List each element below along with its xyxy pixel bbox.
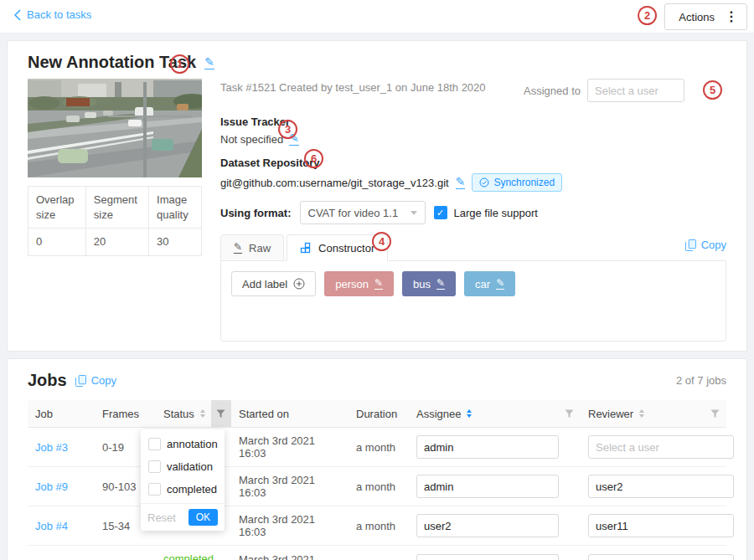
sync-status-badge: Synchronized: [472, 173, 562, 192]
annotation-circle-4: 4: [372, 232, 391, 251]
actions-button[interactable]: Actions ⋮: [664, 3, 747, 30]
sync-badge-label: Synchronized: [493, 177, 555, 188]
export-format-value: CVAT for video 1.1: [308, 207, 399, 219]
more-icon: ⋮: [725, 10, 738, 23]
reviewer-input[interactable]: [588, 554, 734, 560]
large-file-support-label: Large file support: [454, 207, 538, 219]
check-circle-icon: [479, 177, 489, 188]
duration-cell: a month: [349, 428, 409, 467]
copy-labels-button[interactable]: Copy: [685, 239, 726, 251]
started-cell: March 3rd 2021 16:03: [231, 506, 349, 546]
filter-funnel-icon: [710, 409, 720, 419]
col-reviewer[interactable]: Reviewer: [588, 408, 633, 420]
checkbox-checked-icon: ✓: [434, 206, 447, 219]
started-cell: March 3rd 2021 16:03: [231, 428, 349, 467]
add-label-text: Add label: [242, 278, 287, 290]
chevron-down-icon: [411, 211, 417, 215]
job-link[interactable]: Job #4: [35, 520, 68, 532]
filter-option-label: completed: [167, 483, 217, 496]
image-quality-header: Image quality: [149, 187, 202, 229]
large-file-support-checkbox[interactable]: ✓ Large file support: [434, 206, 538, 219]
started-cell: March 3rd 2021 16:03: [231, 467, 349, 506]
tab-raw-label: Raw: [249, 242, 271, 254]
job-link[interactable]: Job #9: [35, 480, 68, 493]
edit-label-icon[interactable]: ✎: [436, 278, 445, 290]
filter-option-label: annotation: [167, 438, 218, 450]
back-to-tasks-link[interactable]: Back to tasks: [13, 8, 91, 21]
label-person-name: person: [335, 278, 369, 290]
assignee-sorter-icon[interactable]: [467, 409, 472, 418]
add-label-button[interactable]: Add label: [231, 271, 316, 296]
annotation-circle-1: 1: [170, 54, 189, 74]
col-started-on: Started on: [239, 408, 289, 420]
frames-cell: 75-94: [95, 546, 156, 560]
annotation-circle-2: 2: [638, 6, 657, 25]
actions-label: Actions: [679, 11, 715, 23]
assignee-filter-button[interactable]: [557, 400, 581, 427]
job-link[interactable]: Job #3: [35, 441, 68, 454]
checkbox-unchecked[interactable]: [148, 483, 161, 496]
filter-option-validation[interactable]: validation: [141, 455, 225, 478]
reviewer-sorter-icon[interactable]: [639, 409, 644, 418]
col-status[interactable]: Status: [163, 408, 194, 420]
edit-title-icon[interactable]: ✎: [204, 56, 214, 69]
checkbox-unchecked[interactable]: [148, 438, 161, 450]
duration-cell: a month: [349, 506, 409, 546]
filter-option-completed[interactable]: completed: [141, 478, 225, 501]
reviewer-input[interactable]: [588, 435, 734, 459]
annotation-circle-6: 6: [304, 149, 323, 168]
job-row: Job #9 90-103 March 3rd 2021 16:03 a mon…: [28, 467, 726, 506]
filter-option-annotation[interactable]: annotation: [141, 433, 225, 455]
issue-tracker-value: Not specified: [220, 133, 283, 146]
jobs-card: Jobs Copy 2 of 7 jobs Job Frames Status: [7, 358, 747, 560]
copy-jobs-label: Copy: [91, 374, 116, 387]
labels-tabbar: ✎ Raw Constructor Copy: [220, 234, 726, 261]
label-chip-bus[interactable]: bus ✎: [402, 271, 456, 296]
jobs-table: Job Frames Status Started on Duration As…: [28, 400, 726, 560]
filter-option-label: validation: [167, 460, 213, 473]
edit-repository-icon[interactable]: ✎: [456, 176, 466, 189]
copy-jobs-button[interactable]: Copy: [75, 374, 116, 387]
jobs-heading: Jobs: [28, 371, 67, 390]
reviewer-filter-button[interactable]: [703, 400, 726, 427]
duration-cell: a month: [349, 546, 409, 560]
tab-raw[interactable]: ✎ Raw: [220, 234, 284, 261]
job-row: Job #3 0-19 March 3rd 2021 16:03 a month: [28, 428, 726, 467]
export-format-select[interactable]: CVAT for video 1.1: [300, 201, 426, 224]
assignee-input[interactable]: [416, 475, 559, 498]
label-chip-car[interactable]: car ✎: [464, 271, 515, 296]
filter-ok-button[interactable]: OK: [188, 509, 218, 526]
repository-url[interactable]: git@github.com:username/git_storage_v123…: [220, 177, 449, 189]
image-quality-value: 30: [149, 229, 202, 256]
dataset-repository-label: Dataset Repository: [220, 157, 726, 169]
edit-label-icon[interactable]: ✎: [374, 278, 383, 290]
copy-labels-label: Copy: [701, 239, 726, 251]
filter-funnel-icon: [565, 409, 574, 419]
back-to-tasks-label: Back to tasks: [27, 8, 91, 21]
col-assignee[interactable]: Assignee: [416, 408, 461, 420]
checkbox-unchecked[interactable]: [148, 460, 161, 473]
filter-funnel-icon: [216, 409, 225, 419]
edit-label-icon[interactable]: ✎: [496, 278, 504, 290]
copy-icon: [685, 239, 696, 251]
reviewer-input[interactable]: [588, 475, 734, 498]
assignee-input[interactable]: [416, 514, 559, 537]
job-row: Job #8 75-94 completed? March 3rd 2021 1…: [28, 546, 726, 560]
assignee-input[interactable]: [416, 435, 559, 459]
assignee-input[interactable]: [416, 554, 559, 560]
job-row: Job #4 15-34 March 3rd 2021 16:03 a mont…: [28, 506, 726, 546]
assigned-to-input[interactable]: [587, 79, 684, 102]
status-filter-dropdown: annotation validation completed Reset OK: [141, 429, 225, 531]
col-duration: Duration: [356, 408, 397, 420]
reviewer-input[interactable]: [588, 514, 734, 537]
overlap-size-value: 0: [28, 229, 86, 256]
col-job: Job: [35, 408, 53, 420]
filter-reset-button[interactable]: Reset: [147, 511, 176, 524]
status-filter-button[interactable]: [211, 400, 231, 427]
status-sorter-icon[interactable]: [200, 409, 205, 418]
label-chip-person[interactable]: person ✎: [324, 271, 394, 296]
chevron-left-icon: [13, 9, 21, 21]
using-format-label: Using format:: [220, 207, 292, 219]
task-details-card: New Annotation Task ✎: [7, 40, 747, 352]
task-preview-image: [28, 79, 202, 177]
